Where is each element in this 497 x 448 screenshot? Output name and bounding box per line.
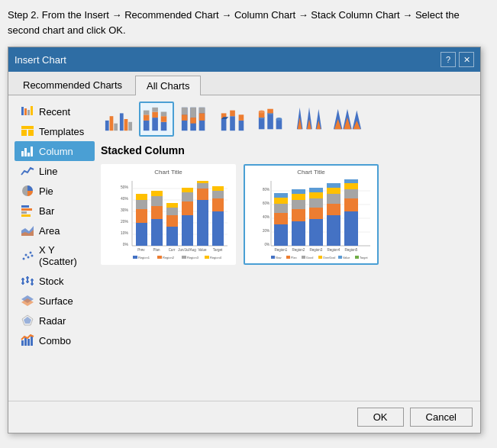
svg-text:Region3: Region3 <box>187 256 199 259</box>
sidebar-item-xy[interactable]: X Y (Scatter) <box>15 240 95 271</box>
svg-point-19 <box>25 254 27 256</box>
sidebar-item-radar[interactable]: Radar <box>15 311 95 330</box>
svg-text:0%: 0% <box>123 242 129 247</box>
svg-text:40%: 40% <box>121 196 129 201</box>
column-icon <box>21 145 34 157</box>
section-title: Stacked Column <box>101 144 474 156</box>
sidebar-item-column[interactable]: Column <box>15 141 95 161</box>
cylinder-stacked-icon[interactable] <box>253 102 289 137</box>
svg-rect-168 <box>309 188 323 192</box>
svg-rect-41 <box>110 116 114 131</box>
chart-preview-2[interactable]: Chart Title 0% 20% 40% 60% 80% <box>244 164 379 265</box>
svg-rect-119 <box>182 192 193 201</box>
svg-rect-178 <box>344 179 358 183</box>
svg-rect-2 <box>27 110 30 115</box>
svg-rect-121 <box>197 200 208 246</box>
svg-rect-56 <box>182 108 188 115</box>
close-button[interactable]: ✕ <box>459 52 474 67</box>
svg-rect-52 <box>161 122 167 131</box>
svg-rect-186 <box>286 256 290 259</box>
svg-text:Curr: Curr <box>169 248 176 252</box>
svg-rect-171 <box>327 194 340 204</box>
sidebar-item-combo[interactable]: Combo <box>15 330 95 350</box>
stock-icon <box>21 275 34 287</box>
svg-rect-173 <box>327 183 340 188</box>
radar-icon <box>21 314 34 327</box>
sidebar-item-bar[interactable]: Bar <box>15 201 95 221</box>
svg-rect-113 <box>166 227 178 246</box>
3d-stacked-column-icon[interactable] <box>215 102 250 137</box>
svg-rect-4 <box>21 126 34 129</box>
svg-text:Plan: Plan <box>153 248 160 252</box>
sidebar-item-templates[interactable]: Templates <box>15 121 95 141</box>
svg-text:50%: 50% <box>121 185 129 189</box>
preview-2-title: Chart Title <box>248 169 374 176</box>
svg-rect-46 <box>144 121 150 131</box>
svg-text:60%: 60% <box>263 201 269 205</box>
cone-stacked-icon[interactable] <box>292 102 327 137</box>
svg-text:20%: 20% <box>263 229 269 233</box>
svg-rect-172 <box>327 188 340 194</box>
100pct-stacked-column-icon[interactable] <box>177 102 212 137</box>
svg-rect-175 <box>344 198 358 211</box>
svg-rect-155 <box>274 213 288 224</box>
scatter-icon <box>21 250 34 262</box>
svg-rect-43 <box>120 113 124 131</box>
sidebar-item-recent[interactable]: Recent <box>15 102 95 121</box>
svg-rect-0 <box>21 107 24 115</box>
svg-rect-7 <box>21 151 24 156</box>
tab-bar: Recommended Charts All Charts <box>8 72 480 95</box>
chart-icons-row <box>101 102 474 137</box>
svg-rect-42 <box>114 124 118 131</box>
dialog-titlebar: Insert Chart ? ✕ <box>8 47 480 72</box>
svg-rect-40 <box>105 121 109 131</box>
pyramid-stacked-icon[interactable] <box>330 102 365 137</box>
svg-text:Region2: Region2 <box>163 256 175 259</box>
sidebar-item-pie[interactable]: Pie <box>15 181 95 201</box>
svg-rect-38 <box>27 339 30 346</box>
svg-rect-111 <box>151 196 163 206</box>
instruction-step: Step 2. From the Insert → Recommended Ch… <box>8 9 460 36</box>
svg-rect-70 <box>239 114 244 121</box>
area-icon <box>21 224 34 237</box>
svg-rect-47 <box>144 114 150 121</box>
svg-rect-188 <box>302 256 305 259</box>
radar-label: Radar <box>39 315 66 327</box>
svg-point-74 <box>259 111 265 114</box>
stock-label: Stock <box>39 276 64 287</box>
svg-rect-51 <box>152 108 158 112</box>
bar-label: Bar <box>39 205 54 217</box>
svg-text:Region4: Region4 <box>328 248 340 252</box>
svg-point-22 <box>31 255 34 257</box>
sidebar-item-area[interactable]: Area <box>15 221 95 240</box>
svg-rect-118 <box>182 201 193 215</box>
svg-rect-110 <box>151 206 163 219</box>
svg-rect-162 <box>292 194 305 200</box>
help-button[interactable]: ? <box>441 52 456 67</box>
tab-all-charts[interactable]: All Charts <box>135 76 201 95</box>
templates-icon <box>21 125 34 137</box>
svg-rect-67 <box>230 116 235 131</box>
svg-text:Region2: Region2 <box>292 248 305 252</box>
tab-recommended[interactable]: Recommended Charts <box>11 75 134 95</box>
stacked-column-icon[interactable] <box>139 102 174 137</box>
svg-rect-15 <box>21 214 31 217</box>
svg-text:Plan: Plan <box>291 256 297 259</box>
sidebar-item-stock[interactable]: Stock <box>15 271 95 291</box>
sidebar-item-line[interactable]: Line <box>15 161 95 181</box>
chart-preview-1[interactable]: Chart Title 0% 10% 20% 30% 40% 50% <box>101 164 236 265</box>
svg-rect-114 <box>166 215 178 227</box>
sidebar-item-surface[interactable]: Surface <box>15 291 95 311</box>
column-label: Column <box>39 146 73 157</box>
chart-previews: Chart Title 0% 10% 20% 30% 40% 50% <box>101 164 474 265</box>
svg-text:OverGoal: OverGoal <box>323 256 335 259</box>
svg-rect-62 <box>199 108 205 114</box>
cancel-button[interactable]: Cancel <box>410 408 473 427</box>
svg-text:Jun/Jul/Aug: Jun/Jul/Aug <box>178 248 196 252</box>
clustered-column-icon[interactable] <box>101 102 136 137</box>
svg-rect-112 <box>151 191 163 196</box>
svg-rect-54 <box>161 112 167 117</box>
svg-rect-166 <box>309 198 323 208</box>
recent-icon <box>21 105 34 118</box>
ok-button[interactable]: OK <box>357 408 404 427</box>
